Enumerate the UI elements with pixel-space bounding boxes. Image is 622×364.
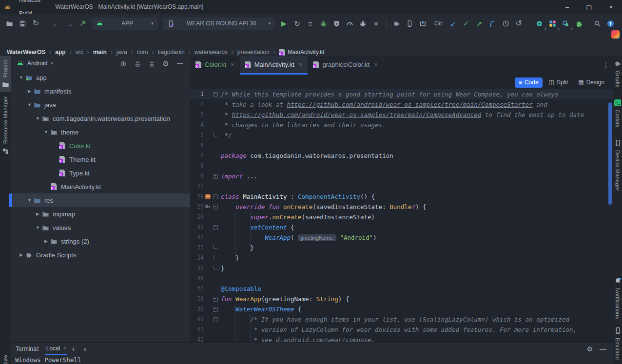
device-selector[interactable]: WEAR OS ROUND API 30▾ <box>163 18 275 30</box>
tree-item-theme[interactable]: ▼theme <box>11 125 190 139</box>
debug-button[interactable] <box>317 18 330 30</box>
tool-stripe-notifications[interactable]: Notifications <box>613 273 622 323</box>
plugins-button[interactable] <box>573 18 585 30</box>
tool-stripe-device-manager[interactable]: Device Manager <box>613 135 622 195</box>
tree-item-strings-2-[interactable]: ▶strings (2) <box>11 234 190 248</box>
settings-button[interactable]: ⚙ <box>160 58 171 69</box>
tool-stripe-codota[interactable]: >_Codota <box>613 96 622 132</box>
tree-item-type-kt[interactable]: KType.kt <box>11 166 190 180</box>
commit-button[interactable]: ✓ <box>460 18 472 30</box>
breadcrumb-item-waterwearos[interactable]: WaterWearOS <box>7 49 45 56</box>
profiler-button[interactable]: ▾ <box>533 18 545 30</box>
save-button[interactable] <box>17 18 29 30</box>
build-button[interactable] <box>77 18 89 30</box>
profile-app-button[interactable] <box>330 18 343 30</box>
history-button[interactable] <box>500 18 512 30</box>
tree-item-theme-kt[interactable]: KTheme.kt <box>11 153 190 166</box>
chevron-down-icon[interactable]: ▼ <box>18 75 25 80</box>
editor-tab-graphics-color-kt[interactable]: Kgraphics\Color.kt× <box>308 56 383 75</box>
fold-collapse-icon[interactable]: − <box>213 92 218 97</box>
close-icon[interactable]: × <box>299 61 303 68</box>
view-mode-code[interactable]: ≡Code <box>515 77 543 88</box>
view-mode-design[interactable]: ▦Design <box>574 77 608 88</box>
chevron-right-icon[interactable]: ▶ <box>26 89 33 94</box>
tree-item-java[interactable]: ▼java <box>11 98 190 112</box>
device-manager-button[interactable] <box>404 18 416 30</box>
fold-collapse-icon[interactable]: − <box>213 205 218 210</box>
editor-tab-color-kt[interactable]: KColor.kt× <box>190 56 240 75</box>
tree-item-gradle-scripts[interactable]: ▶Gradle Scripts <box>11 248 190 262</box>
add-terminal-button[interactable]: + <box>67 343 79 355</box>
overriding-method-gutter-icon[interactable]: O↑ <box>205 204 211 210</box>
breadcrumb-item-mainactivity-kt[interactable]: KMainActivity.kt <box>279 49 325 56</box>
chevron-down-icon[interactable]: ▼ <box>26 198 33 203</box>
search-button[interactable] <box>591 18 603 30</box>
chevron-right-icon[interactable]: ▶ <box>42 239 50 244</box>
close-icon[interactable]: × <box>374 61 378 68</box>
project-view-selector[interactable]: Android <box>27 60 47 67</box>
tree-item-app[interactable]: ▼app <box>11 71 190 84</box>
close-icon[interactable]: × <box>231 61 234 68</box>
rollback-button[interactable]: ↺ <box>513 18 525 30</box>
attach-debugger-button[interactable] <box>357 18 369 30</box>
locate-button[interactable]: ⊕ <box>118 58 129 69</box>
breadcrumb-item-waterwearos[interactable]: waterwearos <box>194 49 228 56</box>
expand-all-button[interactable] <box>132 58 143 69</box>
breadcrumb-item-java[interactable]: java <box>117 49 127 56</box>
module-selector[interactable]: APP▾ <box>92 18 158 30</box>
tree-item-color-kt[interactable]: KColor.kt <box>11 139 190 153</box>
settings-gear-icon[interactable]: ⚙ <box>586 345 593 353</box>
breadcrumb-item-src[interactable]: src <box>76 49 83 56</box>
tabs-more-icon[interactable]: ⋮ <box>599 56 613 75</box>
forward-button[interactable]: → <box>63 18 76 30</box>
back-button[interactable]: ← <box>50 18 62 30</box>
tree-item-mainactivity-kt[interactable]: KMainActivity.kt <box>11 180 190 193</box>
fold-collapse-icon[interactable]: − <box>213 317 218 322</box>
fold-collapse-icon[interactable]: − <box>213 194 218 199</box>
apply-code-changes-button[interactable]: ≡ <box>304 18 316 30</box>
close-icon[interactable]: × <box>63 345 66 352</box>
breadcrumb-item-tiagodanin[interactable]: tiagodanin <box>157 49 184 56</box>
menu-refactor[interactable]: Refactor <box>15 0 46 7</box>
gradle-sync-button[interactable] <box>390 18 403 30</box>
whats-new-icon[interactable] <box>611 30 620 38</box>
chevron-down-icon[interactable]: ▼ <box>42 130 50 134</box>
tree-item-mipmap[interactable]: ▶mipmap <box>11 207 190 221</box>
editor-scrollbar-thumb[interactable] <box>608 102 612 205</box>
fetch-button[interactable] <box>486 18 499 30</box>
tool-stripe-resource-manager[interactable]: Resource Manager <box>0 92 11 158</box>
collapse-all-button[interactable] <box>146 58 157 69</box>
android-class-gutter-icon[interactable]: <> <box>205 194 211 199</box>
stop-button[interactable]: ■ <box>370 18 382 30</box>
breadcrumb-item-main[interactable]: main <box>93 49 107 56</box>
breadcrumb-item-com[interactable]: com <box>137 49 148 56</box>
run-button[interactable]: ▶ <box>278 18 290 30</box>
tree-item-com-tiagodanin-waterwearos-presentation[interactable]: ▼com.tiagodanin.waterwearos.presentation <box>11 112 190 125</box>
tree-item-res[interactable]: ▼res <box>11 193 190 207</box>
chevron-right-icon[interactable]: ▶ <box>34 211 41 216</box>
profiler-gauge-button[interactable] <box>344 18 356 30</box>
update-project-button[interactable]: ↙ <box>447 18 459 30</box>
editor-tab-mainactivity-kt[interactable]: KMainActivity.kt× <box>240 56 308 75</box>
breadcrumb-item-app[interactable]: app <box>55 49 65 56</box>
chevron-down-icon[interactable]: ▼ <box>34 116 41 121</box>
tree-item-values[interactable]: ▼values <box>11 221 190 234</box>
fold-expand-icon[interactable]: + <box>213 174 218 179</box>
apply-changes-button[interactable]: ↻ <box>291 18 303 30</box>
chevron-down-icon[interactable]: ▼ <box>26 102 33 107</box>
tool-stripe-gradle[interactable]: Gradle <box>613 56 622 92</box>
tool-stripe-structure[interactable]: Structure <box>0 351 11 364</box>
database-inspector-button[interactable]: ▾ <box>560 18 572 30</box>
open-button[interactable] <box>3 18 16 30</box>
fold-collapse-icon[interactable]: − <box>213 297 218 302</box>
tool-stripe-emulator[interactable]: Emulator <box>613 323 622 364</box>
fold-collapse-icon[interactable]: − <box>213 307 218 312</box>
hide-panel-icon[interactable]: — <box>600 345 606 353</box>
terminal-tab-local[interactable]: Local × <box>45 343 68 355</box>
tool-stripe-project[interactable]: Project <box>0 56 11 92</box>
tree-item-manifests[interactable]: ▶manifests <box>11 84 190 98</box>
hide-button[interactable]: — <box>175 58 185 69</box>
sdk-manager-button[interactable] <box>417 18 429 30</box>
terminal-dropdown-button[interactable]: ∨ <box>79 343 91 355</box>
view-mode-split[interactable]: ◫Split <box>545 77 572 88</box>
